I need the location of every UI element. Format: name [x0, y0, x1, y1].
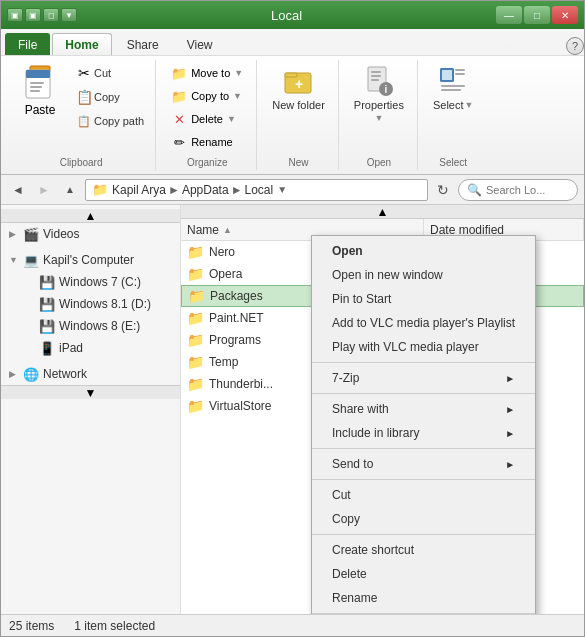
- copypath-button[interactable]: 📋 Copy path: [71, 110, 149, 132]
- copyto-button[interactable]: 📁 Copy to ▼: [164, 85, 249, 107]
- svg-rect-20: [441, 89, 461, 91]
- select-label: Select: [433, 99, 464, 111]
- nav-item-videos[interactable]: ▶ 🎬 Videos: [1, 223, 180, 245]
- title-small-btn-3[interactable]: ◻: [43, 8, 59, 22]
- organize-group-label: Organize: [187, 155, 228, 168]
- file-icon-nero: 📁: [187, 244, 203, 260]
- select-icon: [437, 65, 469, 97]
- clipboard-group-label: Clipboard: [60, 155, 103, 168]
- open-group-label: Open: [367, 155, 391, 168]
- help-button[interactable]: ?: [566, 37, 584, 55]
- file-icon-programs: 📁: [187, 332, 203, 348]
- moveto-icon: 📁: [171, 65, 187, 81]
- ctx-pin-start[interactable]: Pin to Start: [312, 287, 535, 311]
- address-path[interactable]: 📁 Kapil Arya ► AppData ► Local ▼: [85, 179, 428, 201]
- ctx-arrow-share: ►: [505, 404, 515, 415]
- ctx-arrow-library: ►: [505, 428, 515, 439]
- expander-network: ▶: [9, 369, 19, 379]
- ctx-play-vlc[interactable]: Play with VLC media player: [312, 335, 535, 359]
- file-icon-temp: 📁: [187, 354, 203, 370]
- svg-rect-18: [455, 73, 465, 75]
- ctx-copy[interactable]: Copy: [312, 507, 535, 531]
- forward-button[interactable]: ►: [33, 179, 55, 201]
- ctx-7zip[interactable]: 7-Zip ►: [312, 366, 535, 390]
- ipad-icon: 📱: [39, 340, 55, 356]
- ctx-add-vlc[interactable]: Add to VLC media player's Playlist: [312, 311, 535, 335]
- ribbon: File Home Share View ?: [1, 29, 584, 175]
- nav-item-e-drive[interactable]: 💾 Windows 8 (E:): [1, 315, 180, 337]
- network-icon: 🌐: [23, 366, 39, 382]
- newfolder-icon: +: [283, 65, 315, 97]
- properties-button[interactable]: i Properties ▼: [347, 62, 411, 126]
- copy-icon: 📋: [76, 89, 92, 105]
- nav-scroll-up[interactable]: ▲: [1, 209, 180, 223]
- rename-button[interactable]: ✏ Rename: [164, 131, 240, 153]
- back-button[interactable]: ◄: [7, 179, 29, 201]
- title-small-btn-1[interactable]: ▣: [7, 8, 23, 22]
- copy-button[interactable]: 📋 Copy: [71, 86, 149, 108]
- ctx-include-library[interactable]: Include in library ►: [312, 421, 535, 445]
- expander-videos: ▶: [9, 229, 19, 239]
- ctx-create-shortcut[interactable]: Create shortcut: [312, 538, 535, 562]
- nav-item-network[interactable]: ▶ 🌐 Network: [1, 363, 180, 385]
- select-button[interactable]: Select ▼: [426, 62, 481, 114]
- nav-scroll-down[interactable]: ▼: [1, 385, 180, 399]
- moveto-button[interactable]: 📁 Move to ▼: [164, 62, 250, 84]
- ribbon-group-organize: 📁 Move to ▼ 📁 Copy to ▼ ✕ Delete ▼: [158, 60, 257, 170]
- close-button[interactable]: ✕: [552, 6, 578, 24]
- ctx-sep-5: [312, 534, 535, 535]
- nav-item-d-drive[interactable]: 💾 Windows 8.1 (D:): [1, 293, 180, 315]
- ribbon-group-clipboard: Paste ✂ Cut 📋 Copy 📋 Copy p: [7, 60, 156, 170]
- svg-rect-2: [26, 70, 50, 78]
- title-bar: ▣ ▣ ◻ ▼ Local — □ ✕: [1, 1, 584, 29]
- window-title: Local: [77, 8, 496, 23]
- svg-rect-17: [455, 69, 465, 71]
- search-box[interactable]: 🔍: [458, 179, 578, 201]
- file-icon-thunderbird: 📁: [187, 376, 203, 392]
- nav-item-ipad[interactable]: 📱 iPad: [1, 337, 180, 359]
- up-button[interactable]: ▲: [59, 179, 81, 201]
- tab-home[interactable]: Home: [52, 33, 111, 55]
- ctx-send-to[interactable]: Send to ►: [312, 452, 535, 476]
- newfolder-button[interactable]: + New folder: [265, 62, 332, 114]
- nav-pane: ▲ ▶ 🎬 Videos ▼ 💻 Kapil's Computer 💾 Wind…: [1, 205, 181, 614]
- svg-rect-4: [30, 86, 42, 88]
- tab-share[interactable]: Share: [114, 33, 172, 55]
- svg-rect-3: [30, 82, 44, 84]
- ribbon-tabs: File Home Share View ?: [1, 29, 584, 55]
- title-small-btn-2[interactable]: ▣: [25, 8, 41, 22]
- ctx-delete[interactable]: Delete: [312, 562, 535, 586]
- refresh-button[interactable]: ↻: [432, 179, 454, 201]
- ribbon-group-new: + New folder New: [259, 60, 339, 170]
- paste-button[interactable]: Paste: [13, 62, 67, 153]
- address-bar: ◄ ► ▲ 📁 Kapil Arya ► AppData ► Local ▼ ↻…: [1, 175, 584, 205]
- explorer-window: ▣ ▣ ◻ ▼ Local — □ ✕ File Home Share: [0, 0, 585, 637]
- paste-icon: [20, 65, 60, 103]
- tab-view[interactable]: View: [174, 33, 226, 55]
- minimize-button[interactable]: —: [496, 6, 522, 24]
- clipboard-buttons: Paste ✂ Cut 📋 Copy 📋 Copy p: [13, 62, 149, 153]
- ctx-cut[interactable]: Cut: [312, 483, 535, 507]
- copypath-label: Copy path: [94, 115, 144, 127]
- search-input[interactable]: [486, 184, 585, 196]
- ctx-open-new-window[interactable]: Open in new window: [312, 263, 535, 287]
- cut-label: Cut: [94, 67, 111, 79]
- nav-item-c-drive[interactable]: 💾 Windows 7 (C:): [1, 271, 180, 293]
- title-small-btn-4[interactable]: ▼: [61, 8, 77, 22]
- ctx-rename[interactable]: Rename: [312, 586, 535, 610]
- title-bar-small-icons: ▣ ▣ ◻ ▼: [7, 8, 77, 22]
- tab-file[interactable]: File: [5, 33, 50, 55]
- filelist-scroll-up[interactable]: ▲: [181, 205, 584, 219]
- maximize-button[interactable]: □: [524, 6, 550, 24]
- rename-icon: ✏: [171, 134, 187, 150]
- cut-button[interactable]: ✂ Cut: [71, 62, 149, 84]
- newfolder-label: New folder: [272, 99, 325, 111]
- ctx-open[interactable]: Open: [312, 239, 535, 263]
- new-group-label: New: [289, 155, 309, 168]
- ribbon-group-open: i Properties ▼ Open: [341, 60, 418, 170]
- path-part-3: Local: [245, 183, 274, 197]
- computer-icon: 💻: [23, 252, 39, 268]
- delete-button[interactable]: ✕ Delete ▼: [164, 108, 243, 130]
- ctx-share-with[interactable]: Share with ►: [312, 397, 535, 421]
- nav-item-computer[interactable]: ▼ 💻 Kapil's Computer: [1, 249, 180, 271]
